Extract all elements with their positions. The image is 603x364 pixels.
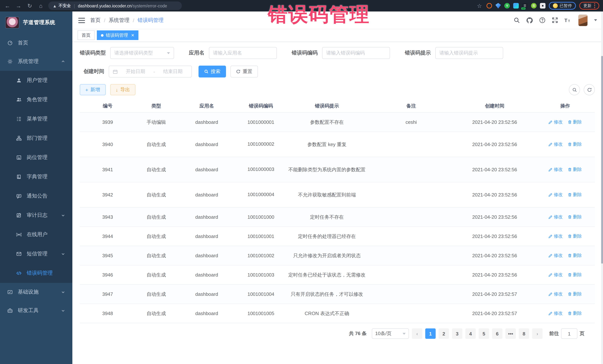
edit-link[interactable]: 修改	[548, 192, 563, 198]
extensions-puzzle-icon[interactable]: ■	[540, 3, 545, 9]
hamburger-icon[interactable]	[78, 17, 85, 23]
sidebar-item-departments[interactable]: 部门管理	[0, 129, 72, 148]
more-pages-button[interactable]: •••	[505, 328, 516, 339]
sidebar-item-announcements[interactable]: 通知公告	[0, 187, 72, 206]
refresh-table-button[interactable]	[584, 84, 595, 95]
page-button-3[interactable]: 3	[452, 328, 462, 339]
address-bar[interactable]: ▲不安全 | dashboard.yudao.iocoder.cn/system…	[48, 1, 182, 10]
edit-pen-icon	[548, 311, 553, 315]
trash-icon	[568, 167, 572, 172]
sidebar-item-dev-tools[interactable]: 研发工具	[0, 301, 72, 320]
back-icon[interactable]: ←	[4, 3, 11, 9]
users-icon	[16, 97, 22, 102]
tab-error-code[interactable]: 错误码管理 ✕	[97, 30, 139, 40]
user-avatar[interactable]	[578, 14, 588, 26]
tab-home[interactable]: 首页	[78, 30, 95, 40]
close-tab-icon[interactable]: ✕	[131, 33, 134, 38]
add-button[interactable]: + 新增	[80, 84, 105, 95]
extension-icon-green-circle[interactable]: V	[504, 3, 510, 9]
date-range-picker[interactable]: 开始日期 - 结束日期	[109, 66, 192, 77]
sidebar-item-sms[interactable]: 短信管理	[0, 244, 72, 264]
breadcrumb-home[interactable]: 首页	[90, 17, 101, 23]
sidebar-item-roles[interactable]: 角色管理	[0, 90, 72, 109]
next-page-button[interactable]: ›	[532, 328, 543, 339]
home-icon[interactable]: ⌂	[37, 3, 45, 9]
page-size-select[interactable]: 10条/页	[372, 328, 409, 339]
col-type: 类型	[135, 103, 177, 109]
delete-link[interactable]: 删除	[568, 166, 582, 173]
page-button-2[interactable]: 2	[439, 328, 449, 339]
page-button-6[interactable]: 6	[492, 328, 502, 339]
page-scrollbar[interactable]	[601, 11, 603, 364]
page-button-5[interactable]: 5	[479, 328, 489, 339]
delete-link[interactable]: 删除	[568, 192, 582, 198]
extension-icon-blue-grid[interactable]	[513, 3, 519, 9]
page-button-4[interactable]: 4	[465, 328, 476, 339]
edit-link[interactable]: 修改	[548, 272, 563, 278]
bookmark-star-icon[interactable]: ☆	[476, 3, 483, 9]
page-button-8[interactable]: 8	[519, 328, 529, 339]
error-code-input[interactable]: 请输入错误码编码	[322, 47, 390, 59]
delete-link[interactable]: 删除	[568, 272, 582, 278]
app-name-input[interactable]: 请输入应用名	[209, 47, 277, 59]
prev-page-button[interactable]: ‹	[412, 328, 422, 339]
reload-icon[interactable]: ↻	[26, 3, 33, 9]
edit-link[interactable]: 修改	[548, 291, 563, 297]
edit-link[interactable]: 修改	[548, 119, 563, 125]
extension-icon-orange-ring[interactable]	[487, 3, 492, 9]
font-size-icon[interactable]: TT	[564, 17, 572, 23]
avatar-caret-icon[interactable]	[594, 19, 597, 21]
edit-link[interactable]: 修改	[548, 253, 563, 259]
breadcrumb-system[interactable]: 系统管理	[109, 17, 129, 23]
sidebar-item-dictionary[interactable]: 字典管理	[0, 167, 72, 187]
delete-link[interactable]: 删除	[568, 119, 582, 125]
app-logo-row[interactable]: 芋道管理系统	[0, 11, 72, 34]
page-button-1[interactable]: 1	[425, 328, 436, 339]
scrollbar-thumb[interactable]	[601, 56, 603, 264]
sidebar-item-audit-log[interactable]: 审计日志	[0, 206, 72, 225]
sidebar-item-system[interactable]: 系统管理	[0, 52, 72, 71]
delete-link[interactable]: 删除	[568, 291, 582, 297]
sidebar-item-home[interactable]: 首页	[0, 34, 72, 52]
edit-link[interactable]: 修改	[548, 310, 563, 317]
delete-link[interactable]: 删除	[568, 233, 582, 240]
delete-link[interactable]: 删除	[568, 214, 582, 220]
sidebar-item-users[interactable]: 用户管理	[0, 71, 72, 90]
chevron-down-icon	[61, 252, 65, 256]
profile-chip[interactable]: 已暂停	[549, 2, 576, 10]
sidebar-item-posts[interactable]: 岗位管理	[0, 148, 72, 167]
edit-link[interactable]: 修改	[548, 214, 563, 220]
github-icon[interactable]	[526, 17, 533, 23]
cell-type: 自动生成	[135, 233, 177, 240]
edit-link[interactable]: 修改	[548, 141, 563, 147]
forward-icon[interactable]: →	[15, 3, 22, 9]
delete-link[interactable]: 删除	[568, 310, 582, 317]
export-button[interactable]: ↓ 导出	[110, 84, 135, 95]
reset-button[interactable]: 重置	[231, 66, 258, 77]
sidebar-item-online-users[interactable]: 在线用户	[0, 225, 72, 244]
edit-link[interactable]: 修改	[548, 233, 563, 240]
delete-link[interactable]: 删除	[568, 141, 582, 147]
browser-menu-icon[interactable]	[594, 3, 595, 8]
goto-page-input[interactable]	[561, 328, 577, 339]
table-row: 3945 自动生成 dashboard 1001001002 只允许修改为开启或…	[80, 246, 595, 265]
not-secure-warning[interactable]: ▲不安全	[53, 3, 71, 9]
error-code-table: 编号 类型 应用名 错误码编码 错误码提示 备注 创建时间 操作 3939	[80, 100, 595, 323]
extension-icon-dark-list[interactable]: ☰	[522, 3, 528, 9]
edit-link[interactable]: 修改	[548, 166, 563, 173]
extension-icon-blue-gem[interactable]	[495, 3, 501, 9]
error-hint-input[interactable]: 请输入错误码提示	[435, 47, 503, 59]
update-button[interactable]: 更新	[579, 2, 599, 10]
delete-link[interactable]: 删除	[568, 253, 582, 259]
search-icon[interactable]	[514, 17, 520, 23]
sidebar-item-menus[interactable]: 菜单管理	[0, 109, 72, 129]
url-host: dashboard.yudao.iocoder.cn	[78, 3, 132, 8]
sidebar-item-infrastructure[interactable]: 基础设施	[0, 283, 72, 301]
show-search-toggle-button[interactable]	[569, 84, 580, 95]
extension-icon-green-key[interactable]: ⚿	[531, 3, 537, 9]
search-button[interactable]: 搜索	[198, 66, 226, 77]
sidebar-item-error-code[interactable]: 错误码管理	[0, 264, 72, 283]
fullscreen-icon[interactable]	[552, 17, 558, 23]
error-type-select[interactable]: 请选择错误码类型	[110, 47, 174, 59]
help-icon[interactable]	[539, 17, 545, 23]
